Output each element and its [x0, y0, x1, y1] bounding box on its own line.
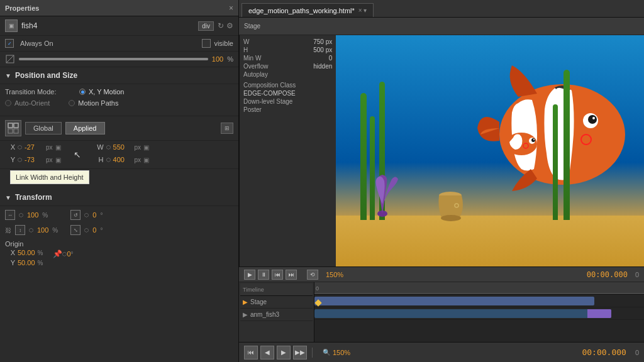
- w-value[interactable]: 550: [113, 143, 132, 151]
- origin-y-value[interactable]: 50.00: [18, 259, 35, 266]
- radio-motion-paths[interactable]: [69, 100, 75, 106]
- prop-row-h: H 500 px: [242, 46, 333, 54]
- origin-spin[interactable]: ⬡: [62, 251, 67, 257]
- opacity-value: 100: [212, 55, 223, 63]
- active-tab[interactable]: edge_motion_paths_working.html* × ▾: [242, 3, 374, 17]
- skew-row: ⤡ ⬡ 0 °: [70, 225, 103, 235]
- pot-vase: [435, 188, 466, 222]
- settings-icon[interactable]: ⚙: [226, 21, 233, 30]
- visibility-checkbox[interactable]: [202, 39, 211, 48]
- scale-x-value[interactable]: 100: [27, 211, 38, 219]
- auto-orient-group[interactable]: Auto-Orient: [5, 99, 50, 107]
- img-icon: ▣: [9, 23, 14, 29]
- always-on-checkbox[interactable]: ✓: [5, 39, 14, 48]
- motion-paths-label: Motion Paths: [78, 99, 118, 107]
- rotate-value[interactable]: 0: [92, 211, 96, 219]
- slider-fill: [19, 58, 208, 60]
- refresh-icon[interactable]: ↻: [218, 21, 224, 30]
- transition-mode-label: Transition Mode:: [5, 88, 74, 96]
- origin-label: Origin: [5, 240, 233, 248]
- timeline-area: ▶ ⏸ ⏮ ⏭ ⟲ 150% 00:00.000 0 Timeline ▶ St…: [239, 266, 644, 342]
- canvas-container: W 750 px H 500 px Min W 0 Overflow hidde…: [239, 35, 644, 266]
- purple-coral: [373, 170, 411, 220]
- rotate-spin[interactable]: ⬡: [84, 212, 89, 218]
- position-size-title: Position and Size: [15, 71, 77, 80]
- track-stage-label: ▶ Stage: [240, 296, 313, 309]
- pin-icon: 📌: [53, 250, 62, 258]
- w-spin[interactable]: ⬡: [106, 145, 111, 150]
- opacity-slider[interactable]: [19, 58, 208, 60]
- h-label: H: [94, 156, 104, 163]
- prop-overflow-label: Overflow: [243, 63, 268, 70]
- scale-y-spin[interactable]: ⬡: [29, 228, 33, 233]
- position-size-header[interactable]: ▼ Position and Size: [0, 67, 238, 84]
- svg-point-13: [592, 117, 595, 119]
- transition-row: Transition Mode: X, Y Motion: [5, 88, 233, 96]
- play-pause-btn[interactable]: ▶: [277, 346, 291, 359]
- scale-y-row: ⛓ ↕ ⬡ 100 %: [5, 225, 58, 235]
- tab-label: edge_motion_paths_working.html*: [248, 7, 355, 14]
- y-value[interactable]: -73: [25, 156, 43, 163]
- prop-poster-label: Poster: [243, 106, 262, 113]
- tooltip-text: Link Width and Height: [16, 173, 84, 181]
- prop-row-poster: Poster: [242, 106, 333, 114]
- xy-motion-label: X, Y Motion: [89, 88, 124, 96]
- prop-comp-label: Composition Class: [243, 82, 296, 89]
- prop-w-label: W: [243, 38, 249, 45]
- tabs-bar: edge_motion_paths_working.html* × ▾: [239, 0, 644, 18]
- applied-btn[interactable]: Applied: [65, 122, 105, 134]
- svg-point-17: [531, 138, 535, 142]
- tab-close-icon[interactable]: ×: [358, 7, 362, 14]
- playback-bar: ⏮ ◀ ▶ ▶▶ 🔍 150% 00:00.000 0: [239, 342, 644, 362]
- skew-spin[interactable]: ⬡: [84, 228, 89, 233]
- xy-motion-radio[interactable]: X, Y Motion: [79, 88, 124, 96]
- scale-y-icon: ↕: [15, 225, 25, 235]
- prop-row-minw: Min W 0: [242, 54, 333, 62]
- purple-segment: [587, 309, 611, 318]
- main-content: Stage W 750 px H 500 px Min W 0: [239, 18, 644, 266]
- h-spin[interactable]: ⬡: [106, 157, 111, 163]
- y-spin[interactable]: ⬡: [18, 157, 22, 163]
- timecode-bottom: 00:00.000: [582, 348, 626, 357]
- skew-value[interactable]: 0: [92, 226, 96, 234]
- coords-icon: [5, 120, 21, 136]
- w-unit: px: [135, 144, 142, 151]
- x-label: X: [5, 143, 15, 151]
- rotate-icon: ↺: [70, 210, 80, 220]
- rewind-btn[interactable]: ⏮: [244, 346, 258, 359]
- h-extra: ▣: [143, 156, 149, 163]
- prop-row-comp-val: EDGE-COMPOSE: [242, 89, 333, 97]
- prop-h-value: 500 px: [313, 47, 332, 53]
- origin-x-value[interactable]: 50.00: [18, 249, 35, 256]
- origin-section: Origin X 50.00 % 📌 ⬡ 0 ° Y 50.00 %: [5, 240, 233, 266]
- timeline-btn-2[interactable]: ⏸: [258, 270, 269, 280]
- prop-stage-val-label: Down-level Stage: [243, 98, 292, 105]
- timeline-toolbar: ▶ ⏸ ⏮ ⏭ ⟲ 150% 00:00.000 0: [239, 267, 644, 282]
- radio-auto-orient[interactable]: [5, 100, 11, 106]
- x-value[interactable]: -27: [25, 143, 43, 151]
- seaweed-right-2: [564, 70, 570, 220]
- timeline-btn-5[interactable]: ⟲: [307, 270, 318, 280]
- x-spin[interactable]: ⬡: [18, 145, 22, 150]
- tab-dropdown-icon[interactable]: ▾: [364, 7, 367, 14]
- y-extra: ▣: [55, 156, 61, 163]
- element-type: div: [198, 21, 214, 31]
- opacity-unit: %: [227, 55, 233, 63]
- timeline-btn-1[interactable]: ▶: [244, 270, 255, 280]
- scale-x-unit: %: [42, 212, 48, 219]
- scale-y-value[interactable]: 100: [37, 226, 48, 234]
- motion-paths-group[interactable]: Motion Paths: [69, 99, 118, 107]
- global-btn[interactable]: Global: [25, 122, 62, 134]
- h-value[interactable]: 400: [113, 156, 132, 163]
- transform-header[interactable]: ▼ Transform: [0, 189, 238, 206]
- scale-x-spin[interactable]: ⬡: [19, 212, 23, 218]
- prev-frame-btn[interactable]: ◀: [260, 346, 274, 359]
- close-icon[interactable]: ×: [229, 4, 233, 13]
- radio-xy-motion[interactable]: [79, 89, 86, 95]
- timeline-btn-4[interactable]: ⏭: [286, 270, 297, 280]
- expand-btn[interactable]: ⊞: [221, 123, 233, 134]
- prop-row-stage-val: Down-level Stage: [242, 97, 333, 106]
- next-btn[interactable]: ▶▶: [293, 346, 307, 359]
- timeline-btn-3[interactable]: ⏮: [272, 270, 283, 280]
- track-line-2: [314, 307, 644, 320]
